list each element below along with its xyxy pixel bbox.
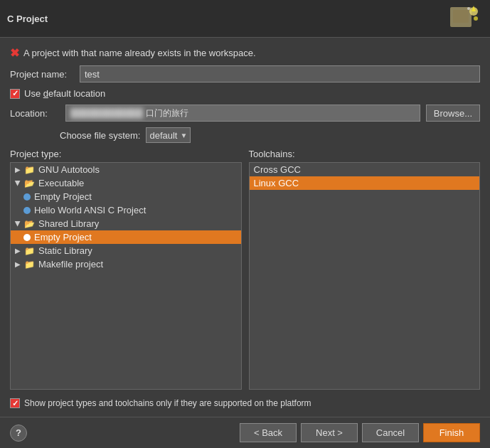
list-item[interactable]: ▶ 📁 GNU Autotools (11, 163, 241, 176)
wizard-icon (449, 4, 483, 33)
item-open-arrow-icon: ▶ (14, 181, 22, 186)
location-blurred: ████████████ (70, 108, 143, 118)
dot-icon (23, 207, 31, 214)
item-open-arrow-icon: ▶ (14, 221, 22, 227)
item-label: Hello World ANSI C Project (34, 205, 146, 215)
item-label: GNU Autotools (38, 164, 100, 175)
location-input[interactable]: ████████████ 口门的旅行 (65, 105, 420, 122)
project-name-input[interactable] (80, 65, 480, 82)
list-item[interactable]: ▶ 📂 Executable (11, 176, 241, 190)
use-default-location-label: Use default location (24, 88, 105, 99)
dropdown-arrow-icon: ▼ (180, 132, 187, 139)
dot-icon (23, 193, 31, 201)
show-supported-row: ✓ Show project types and toolchains only… (10, 398, 480, 408)
filesystem-value: default (149, 130, 177, 141)
toolchains-section: Toolchains: Cross GCC Linux GCC (249, 149, 481, 390)
error-message-row: ✖ A project with that name already exist… (10, 46, 480, 60)
list-item[interactable]: ▶ 📂 Shared Library (11, 217, 241, 230)
checkbox-check: ✓ (12, 399, 18, 408)
toolchain-label: Linux GCC (254, 178, 299, 188)
folder-icon: 📁 (24, 260, 35, 270)
item-label: Shared Library (38, 218, 99, 229)
back-button[interactable]: < Back (240, 423, 297, 442)
next-button[interactable]: Next > (301, 423, 358, 442)
svg-rect-1 (453, 10, 469, 23)
error-text: A project with that name already exists … (23, 48, 256, 58)
item-arrow-icon: ▶ (15, 260, 21, 268)
item-label: Empty Project (34, 232, 92, 242)
toolchain-label: Cross GCC (254, 164, 301, 175)
list-item[interactable]: Hello World ANSI C Project (11, 203, 241, 217)
list-item-selected[interactable]: Empty Project (11, 230, 241, 244)
location-row: Location: ████████████ 口门的旅行 Browse... (10, 105, 480, 122)
toolchain-item[interactable]: Cross GCC (250, 163, 480, 176)
project-type-list[interactable]: ▶ 📁 GNU Autotools ▶ 📂 Executable Empty P… (10, 162, 242, 390)
folder-open-icon: 📂 (24, 219, 35, 229)
toolchains-header: Toolchains: (249, 149, 481, 159)
location-label: Location: (10, 108, 60, 119)
item-label: Empty Project (34, 191, 92, 202)
location-suffix: 口门的旅行 (146, 107, 188, 119)
toolchain-item-selected[interactable]: Linux GCC (250, 176, 480, 190)
toolchains-list[interactable]: Cross GCC Linux GCC (249, 162, 481, 390)
dialog-title: C Project (7, 14, 48, 24)
project-name-label: Project name: (10, 69, 74, 80)
dot-icon-white (23, 234, 31, 241)
lists-area: Project type: ▶ 📁 GNU Autotools ▶ 📂 Exec… (10, 149, 480, 390)
bottom-bar: ? < Back Next > Cancel Finish (0, 417, 490, 448)
show-supported-checkbox[interactable]: ✓ (10, 398, 20, 408)
item-arrow-icon: ▶ (15, 166, 21, 174)
folder-icon: 📁 (24, 165, 35, 175)
use-default-location-checkbox[interactable]: ✓ (10, 89, 20, 99)
cancel-button[interactable]: Cancel (362, 423, 419, 442)
project-type-header: Project type: (10, 149, 242, 159)
show-supported-label: Show project types and toolchains only i… (24, 398, 311, 408)
list-item[interactable]: Empty Project (11, 190, 241, 203)
browse-button[interactable]: Browse... (426, 105, 480, 122)
finish-button[interactable]: Finish (423, 423, 480, 442)
project-name-row: Project name: (10, 65, 480, 82)
item-label: Static Library (38, 245, 92, 256)
item-label: Executable (38, 178, 84, 188)
item-arrow-icon: ▶ (15, 247, 21, 255)
project-type-section: Project type: ▶ 📁 GNU Autotools ▶ 📂 Exec… (10, 149, 242, 390)
svg-point-5 (467, 7, 470, 10)
help-button[interactable]: ? (10, 425, 27, 442)
folder-open-icon: 📂 (24, 178, 35, 188)
svg-point-4 (474, 16, 478, 21)
list-item[interactable]: ▶ 📁 Static Library (11, 244, 241, 257)
filesystem-row: Choose file system: default ▼ (10, 127, 480, 143)
list-item[interactable]: ▶ 📁 Makefile project (11, 257, 241, 271)
c-project-dialog: C Project ✖ A project with that name alr… (0, 0, 490, 448)
item-label: Makefile project (38, 259, 103, 270)
bottom-buttons: < Back Next > Cancel Finish (240, 423, 480, 442)
title-bar: C Project (0, 0, 490, 38)
content-area: ✖ A project with that name already exist… (0, 38, 490, 417)
filesystem-label: Choose file system: (60, 130, 140, 141)
error-icon: ✖ (10, 46, 19, 60)
folder-icon: 📁 (24, 246, 35, 256)
filesystem-dropdown[interactable]: default ▼ (146, 127, 191, 143)
checkbox-check-mark: ✓ (12, 89, 18, 98)
use-default-location-row: ✓ Use default location (10, 88, 480, 99)
